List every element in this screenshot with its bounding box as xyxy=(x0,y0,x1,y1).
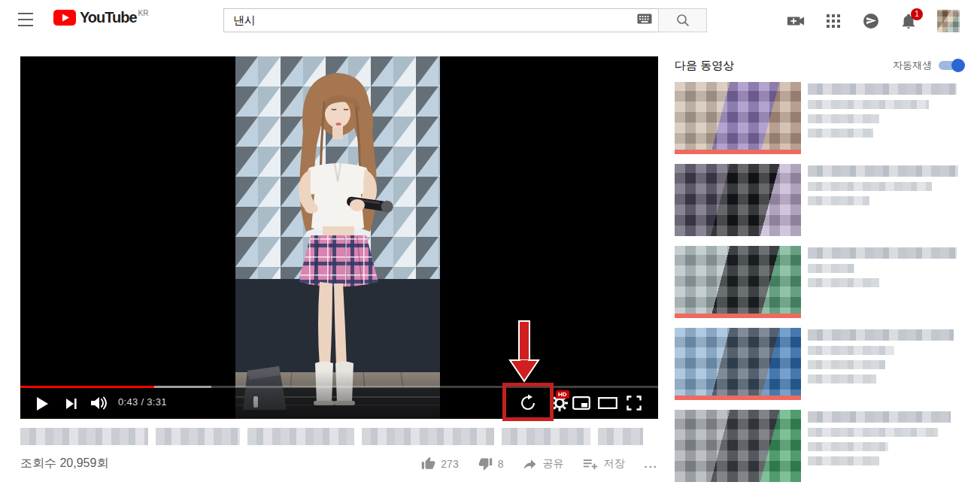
like-count: 273 xyxy=(441,458,458,470)
meta-mosaic-line xyxy=(808,196,869,205)
meta-mosaic-line xyxy=(808,456,879,465)
thumbs-up-icon xyxy=(421,456,435,471)
create-video-icon xyxy=(787,12,805,30)
meta-mosaic-line xyxy=(808,428,938,437)
playlist-add-icon xyxy=(583,458,598,470)
next-button[interactable] xyxy=(65,398,78,410)
suggested-meta-redacted xyxy=(808,82,963,154)
like-button[interactable]: 273 xyxy=(421,456,458,471)
title-mosaic-segment xyxy=(247,428,354,445)
top-header: YouTube KR xyxy=(0,0,980,42)
meta-mosaic-line xyxy=(808,329,954,341)
apps-grid-button[interactable] xyxy=(824,12,842,30)
search-icon xyxy=(676,14,690,27)
play-button[interactable] xyxy=(35,396,49,411)
search-button[interactable] xyxy=(658,8,707,32)
suggested-thumbnail[interactable] xyxy=(675,82,801,154)
meta-mosaic-line xyxy=(808,83,957,95)
meta-mosaic-line xyxy=(808,264,854,273)
keyboard-icon[interactable] xyxy=(637,14,652,27)
meta-mosaic-line xyxy=(808,165,958,177)
search-input[interactable] xyxy=(232,14,633,28)
title-mosaic-segment xyxy=(598,428,643,445)
video-player[interactable]: 0:43 / 3:31 HD xyxy=(20,56,658,419)
logo-wordmark: YouTube xyxy=(80,10,137,26)
meta-mosaic-line xyxy=(808,374,876,383)
autoplay-control: 자동재생 xyxy=(893,59,963,72)
suggested-meta-redacted xyxy=(808,410,963,482)
suggested-thumbnail[interactable] xyxy=(675,328,801,400)
suggested-video[interactable] xyxy=(675,82,963,154)
video-actions: 273 8 공유 xyxy=(421,456,658,471)
meta-mosaic-line xyxy=(808,442,888,451)
meta-mosaic-line xyxy=(808,129,873,138)
share-button[interactable]: 공유 xyxy=(523,457,563,471)
suggested-video[interactable] xyxy=(675,410,963,482)
primary-column: 0:43 / 3:31 HD xyxy=(20,56,658,471)
suggested-thumbnail[interactable] xyxy=(675,164,801,236)
header-actions: 1 xyxy=(787,0,960,42)
more-actions-button[interactable]: ... xyxy=(644,457,658,470)
meta-mosaic-line xyxy=(808,411,951,423)
meta-mosaic-line xyxy=(808,182,932,191)
autoplay-label: 자동재생 xyxy=(893,59,932,72)
autoplay-toggle-switch[interactable] xyxy=(939,61,963,70)
meta-mosaic-line xyxy=(808,346,894,355)
miniplayer-button[interactable] xyxy=(572,396,590,410)
annotation-highlight-box xyxy=(502,383,554,421)
dislike-count: 8 xyxy=(498,458,504,470)
title-mosaic-segment xyxy=(156,428,240,445)
suggested-video[interactable] xyxy=(675,246,963,318)
up-next-heading: 다음 동영상 xyxy=(675,59,734,73)
suggested-meta-redacted xyxy=(808,164,963,236)
related-sidebar: 다음 동영상 자동재생 xyxy=(675,56,963,485)
volume-button[interactable] xyxy=(91,396,108,410)
theater-mode-button[interactable] xyxy=(598,397,617,409)
avatar[interactable] xyxy=(937,10,960,32)
messages-button[interactable] xyxy=(862,12,880,30)
suggested-list xyxy=(675,82,963,482)
title-mosaic-segment xyxy=(20,428,148,445)
progress-bar[interactable] xyxy=(20,386,658,388)
thumbs-down-icon xyxy=(478,456,493,471)
meta-mosaic-line xyxy=(808,114,879,123)
sidebar-header: 다음 동영상 자동재생 xyxy=(675,56,963,74)
video-title-redacted xyxy=(20,428,658,445)
hd-quality-badge: HD xyxy=(556,390,569,399)
watched-progress-bar xyxy=(675,314,801,318)
search-box xyxy=(223,8,658,32)
meta-mosaic-line xyxy=(808,360,885,369)
fullscreen-button[interactable] xyxy=(627,396,642,411)
suggested-meta-redacted xyxy=(808,328,963,400)
search-area xyxy=(223,8,707,32)
create-video-button[interactable] xyxy=(787,12,805,30)
watched-progress-bar xyxy=(675,150,801,154)
save-label: 저장 xyxy=(603,457,624,471)
share-icon xyxy=(523,457,537,470)
time-display: 0:43 / 3:31 xyxy=(118,396,167,408)
menu-button[interactable] xyxy=(18,13,33,29)
video-frame xyxy=(235,56,440,419)
suggested-thumbnail[interactable] xyxy=(675,246,801,318)
view-count: 조회수 20,959회 xyxy=(20,456,108,471)
suggested-video[interactable] xyxy=(675,164,963,236)
suggested-thumbnail[interactable] xyxy=(675,410,801,482)
title-mosaic-segment xyxy=(362,428,494,445)
meta-mosaic-line xyxy=(808,278,879,287)
suggested-video[interactable] xyxy=(675,328,963,400)
save-button[interactable]: 저장 xyxy=(583,457,624,471)
title-mosaic-segment xyxy=(502,428,590,445)
messages-icon xyxy=(862,12,880,30)
dislike-button[interactable]: 8 xyxy=(478,456,504,471)
meta-mosaic-line xyxy=(808,247,957,259)
annotation-arrow xyxy=(507,320,542,384)
toggle-knob xyxy=(951,59,965,72)
logo-region: KR xyxy=(138,10,149,17)
meta-mosaic-line xyxy=(808,100,929,109)
apps-grid-icon xyxy=(827,14,840,28)
notifications-button[interactable]: 1 xyxy=(900,12,918,30)
progress-played xyxy=(20,386,154,388)
watched-progress-bar xyxy=(675,396,801,400)
suggested-meta-redacted xyxy=(808,246,963,318)
youtube-logo[interactable]: YouTube KR xyxy=(53,10,148,26)
